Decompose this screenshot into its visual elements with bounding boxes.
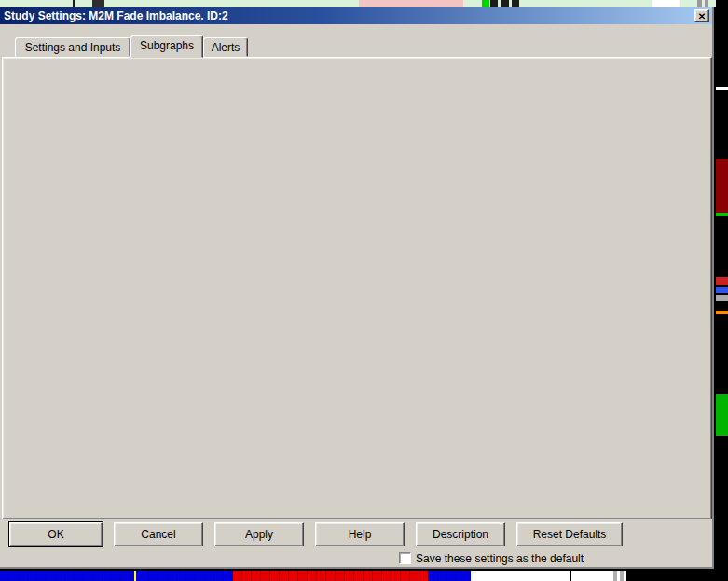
tab-settings-and-inputs[interactable]: Settings and Inputs <box>15 37 130 57</box>
chart-top-strip <box>0 0 716 7</box>
cancel-button[interactable]: Cancel <box>114 522 203 546</box>
chart-cell-grid <box>0 571 471 581</box>
chart-bottom-strip <box>0 571 716 581</box>
chart-right-strip <box>716 0 728 581</box>
screen: Study Settings: M2M Fade Imbalance. ID:2… <box>0 0 728 581</box>
subgraphs-tab-panel <box>2 57 712 519</box>
ok-button[interactable]: OK <box>9 522 103 546</box>
study-settings-dialog: Study Settings: M2M Fade Imbalance. ID:2… <box>0 7 714 569</box>
help-button[interactable]: Help <box>315 522 405 546</box>
window-title: Study Settings: M2M Fade Imbalance. ID:2 <box>4 9 228 22</box>
tab-subgraphs[interactable]: Subgraphs <box>130 35 203 58</box>
titlebar[interactable]: Study Settings: M2M Fade Imbalance. ID:2… <box>0 7 712 24</box>
apply-button[interactable]: Apply <box>214 522 304 546</box>
description-button[interactable]: Description <box>416 522 505 546</box>
tab-alerts[interactable]: Alerts <box>203 37 248 57</box>
close-icon[interactable]: ✕ <box>694 9 709 22</box>
reset-defaults-button[interactable]: Reset Defaults <box>516 522 623 546</box>
save-default-checkbox[interactable]: Save these settings as the default <box>399 552 584 565</box>
